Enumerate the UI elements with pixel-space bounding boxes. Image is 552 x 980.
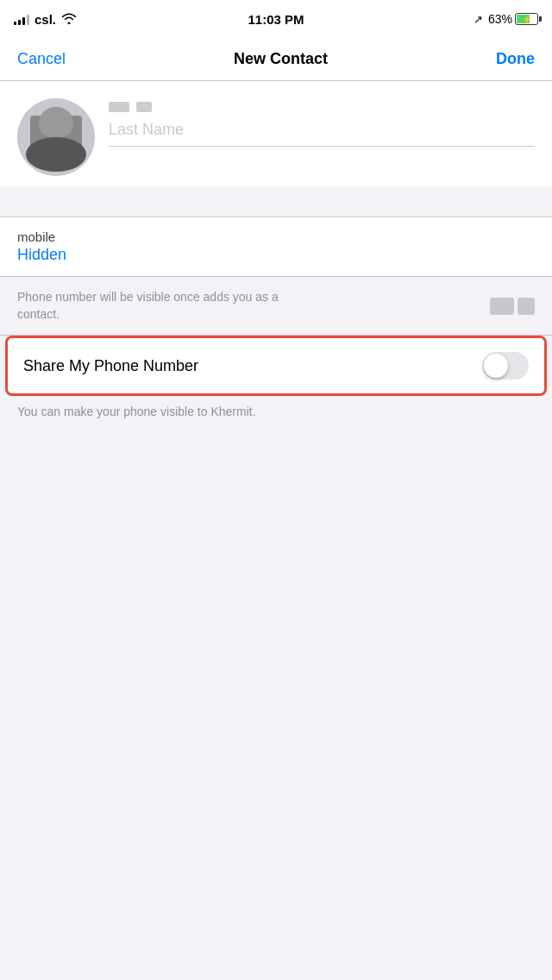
done-button[interactable]: Done [496, 50, 535, 68]
first-name-area [109, 102, 535, 112]
info-avatar [490, 298, 535, 315]
section-separator [0, 186, 552, 217]
status-right: ↗ 63% ⚡ [474, 12, 538, 26]
wifi-icon [61, 12, 77, 27]
avatar[interactable] [17, 98, 95, 176]
location-icon: ↗ [474, 13, 483, 26]
phone-value: Hidden [17, 246, 535, 264]
status-bar: csl. 11:03 PM ↗ 63% ⚡ [0, 0, 552, 38]
cancel-button[interactable]: Cancel [17, 50, 66, 68]
footer-note: You can make your phone visible to Kherm… [0, 396, 552, 427]
status-time: 11:03 PM [248, 12, 304, 27]
share-phone-row: Share My Phone Number [8, 338, 544, 393]
battery-percent: 63% [488, 12, 512, 26]
info-text: Phone number will be visible once adds y… [17, 289, 285, 323]
battery-indicator: 63% ⚡ [488, 12, 538, 26]
toggle-label: Share My Phone Number [23, 357, 198, 375]
battery-icon: ⚡ [515, 13, 538, 25]
toggle-section: Share My Phone Number [5, 336, 547, 396]
nav-bar: Cancel New Contact Done [0, 38, 552, 81]
share-phone-toggle[interactable] [482, 352, 529, 380]
contact-header [0, 81, 552, 186]
carrier-label: csl. [34, 12, 56, 27]
toggle-thumb [484, 354, 508, 378]
bottom-area [0, 427, 552, 772]
signal-icon [14, 13, 29, 25]
info-box: Phone number will be visible once adds y… [0, 277, 552, 336]
page-title: New Contact [234, 50, 328, 68]
phone-label: mobile [17, 229, 535, 244]
phone-section: mobile Hidden [0, 217, 552, 277]
footer-note-text: You can make your phone visible to Kherm… [17, 405, 256, 418]
toggle-track [482, 352, 529, 380]
status-left: csl. [14, 12, 77, 27]
name-fields [109, 98, 535, 147]
last-name-input[interactable] [109, 114, 535, 147]
